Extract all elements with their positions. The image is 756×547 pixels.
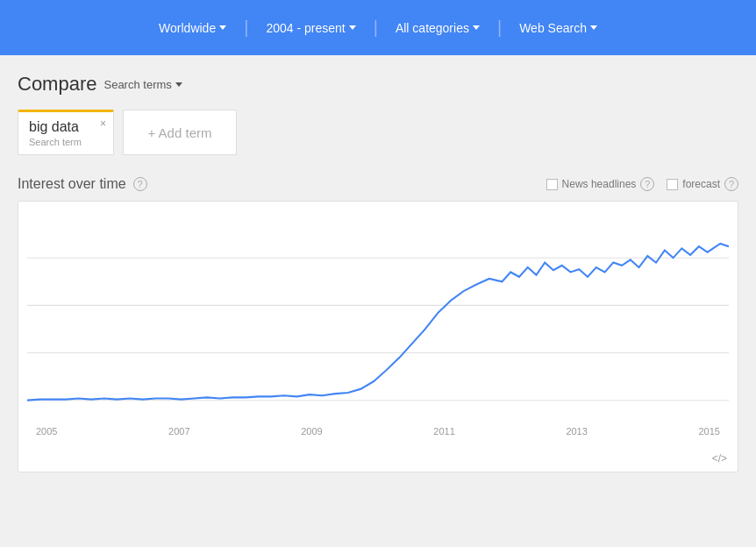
interest-section-header: Interest over time ? News headlines ? fo… — [18, 176, 738, 192]
date-range-chevron-icon — [349, 25, 356, 30]
header: Worldwide | 2004 - present | All categor… — [0, 0, 756, 55]
worldwide-dropdown[interactable]: Worldwide — [146, 14, 239, 42]
section-controls: News headlines ? forecast ? — [546, 177, 738, 191]
search-terms-button[interactable]: Search terms — [103, 78, 182, 91]
chart-container: 2005 2007 2009 2011 2013 2015 </> — [18, 201, 738, 472]
term-close-icon[interactable]: × — [100, 117, 106, 130]
date-range-dropdown[interactable]: 2004 - present — [253, 14, 367, 42]
terms-area: × big data Search term + Add term — [18, 110, 738, 155]
section-title-group: Interest over time ? — [18, 176, 147, 192]
x-label-2013: 2013 — [566, 426, 587, 437]
interest-chart — [27, 210, 729, 438]
news-headlines-checkbox[interactable] — [546, 179, 558, 190]
separator-2: | — [374, 18, 378, 38]
categories-chevron-icon — [473, 25, 480, 30]
search-terms-label: Search terms — [103, 78, 171, 91]
separator-1: | — [244, 18, 248, 38]
embed-button[interactable]: </> — [712, 452, 727, 465]
worldwide-label: Worldwide — [159, 21, 216, 35]
x-label-2015: 2015 — [698, 426, 719, 437]
forecast-control[interactable]: forecast ? — [667, 177, 738, 191]
term-chip-big-data[interactable]: × big data Search term — [18, 110, 114, 155]
term-text: big data — [29, 119, 103, 135]
categories-dropdown[interactable]: All categories — [383, 14, 492, 42]
news-help-icon[interactable]: ? — [640, 177, 654, 191]
help-icon-label: ? — [138, 179, 143, 189]
search-terms-chevron-icon — [175, 82, 182, 87]
categories-label: All categories — [396, 21, 469, 35]
separator-3: | — [497, 18, 502, 38]
add-term-label: + Add term — [148, 125, 212, 140]
forecast-checkbox[interactable] — [667, 179, 678, 190]
search-type-label: Web Search — [519, 21, 587, 35]
main-content: Compare Search terms × big data Search t… — [0, 55, 756, 472]
forecast-label: forecast — [682, 178, 720, 190]
interest-title: Interest over time — [18, 176, 126, 192]
worldwide-chevron-icon — [219, 25, 226, 30]
term-sublabel: Search term — [29, 137, 103, 147]
date-range-label: 2004 - present — [266, 21, 345, 35]
interest-help-icon[interactable]: ? — [133, 177, 147, 191]
compare-header: Compare Search terms — [18, 73, 738, 96]
search-type-chevron-icon — [590, 25, 597, 30]
compare-title: Compare — [18, 73, 96, 96]
news-headlines-label: News headlines — [562, 178, 637, 190]
embed-icon: </> — [712, 452, 727, 465]
x-label-2007: 2007 — [168, 426, 189, 437]
add-term-button[interactable]: + Add term — [123, 110, 237, 155]
header-nav: Worldwide | 2004 - present | All categor… — [146, 14, 610, 42]
news-headlines-control[interactable]: News headlines ? — [546, 177, 655, 191]
forecast-help-icon[interactable]: ? — [724, 177, 738, 191]
search-type-dropdown[interactable]: Web Search — [507, 14, 610, 42]
x-label-2005: 2005 — [36, 426, 57, 437]
x-label-2009: 2009 — [301, 426, 322, 437]
x-label-2011: 2011 — [433, 426, 454, 437]
